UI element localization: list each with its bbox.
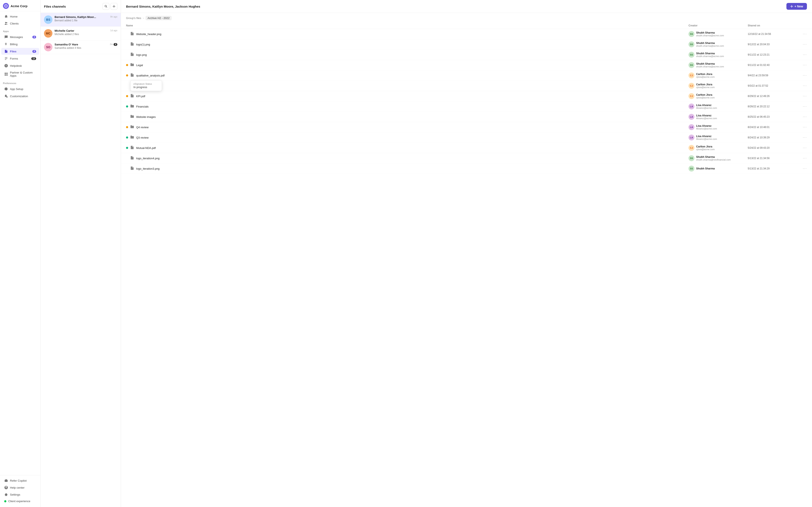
- more-options-button[interactable]: ···: [803, 146, 807, 150]
- more-options-button[interactable]: ···: [803, 135, 807, 139]
- shared-date-wrap: 9/11/22 at 01:02:40 ···: [748, 63, 807, 67]
- creator-email: shubh.sharma@acme.com: [696, 55, 724, 57]
- sidebar-item-partner-custom-apps[interactable]: Partner & Custom Apps: [1, 69, 39, 79]
- creator-name: Lisa Alvarez: [696, 135, 717, 138]
- col-shared: Shared on: [748, 24, 807, 27]
- search-button[interactable]: [103, 3, 109, 10]
- help-icon: [4, 64, 8, 68]
- more-options-button[interactable]: ···: [803, 53, 807, 57]
- creator-avatar: LA: [689, 114, 695, 120]
- sidebar-item-refer-copilot[interactable]: Refer Copilot: [1, 477, 39, 484]
- creator-name: Lisa Alvarez: [696, 104, 717, 107]
- more-options-button[interactable]: ···: [803, 105, 807, 108]
- file-name-cell: Financials: [126, 104, 689, 109]
- sidebar-item-label-refer: Refer Copilot: [10, 479, 36, 482]
- sidebar-item-files[interactable]: Files 4: [1, 48, 39, 55]
- breadcrumb-parent[interactable]: Group's files: [126, 16, 141, 20]
- breadcrumb-current: Archive H2 - 2022: [146, 16, 172, 20]
- channels-title: Files channels: [44, 5, 66, 8]
- add-channel-button[interactable]: [111, 3, 117, 10]
- search-icon: [104, 5, 107, 8]
- more-options-button[interactable]: ···: [803, 32, 807, 36]
- table-row[interactable]: eSignature Status In progress qualitativ…: [121, 70, 812, 81]
- table-row[interactable]: Q3 review LA Lisa Alvarez Alvarez@acme.c…: [121, 132, 812, 143]
- sidebar-item-messages[interactable]: Messages 4: [1, 34, 39, 40]
- channel-name: Samantha O' Hare: [55, 43, 108, 46]
- table-row[interactable]: Mutual-NDA.pdf CJ Carlton Jisra cjisra@a…: [121, 143, 812, 153]
- table-row[interactable]: Q4 review LA Lisa Alvarez Alvarez@acme.c…: [121, 122, 812, 132]
- table-row[interactable]: Website_images.png CJ Carlton Jisra cjis…: [121, 81, 812, 91]
- main-header-title: Bernard Simons, Kaitlyn Moore, Jackson H…: [126, 5, 200, 8]
- shared-date: 9/3/22 at 01:37:52: [748, 84, 768, 87]
- table-row[interactable]: logo_iteration4.png SS Shubh Sharma shub…: [121, 153, 812, 164]
- shared-cell: 8/24/22 at 10:39:29 ···: [748, 135, 807, 139]
- svg-rect-2: [5, 58, 7, 59]
- sidebar-item-customization[interactable]: Customization: [1, 93, 39, 100]
- table-row[interactable]: KPI.pdf CJ Carlton Jisra cjisra@acme.com…: [121, 91, 812, 101]
- sidebar-item-client-experience[interactable]: Client experience: [1, 498, 39, 504]
- new-button[interactable]: + New: [786, 3, 807, 10]
- more-options-button[interactable]: ···: [803, 43, 807, 46]
- apps-section-label: Apps: [0, 27, 40, 34]
- more-options-button[interactable]: ···: [803, 125, 807, 129]
- shared-cell: 9/11/22 at 12:23:21 ···: [748, 53, 807, 57]
- shared-date: 8/26/22 at 20:22:12: [748, 105, 769, 108]
- file-type-icon: [130, 73, 134, 78]
- shared-date: 5/24/22 at 09:43:20: [748, 147, 769, 149]
- table-row[interactable]: Website_header.png SS Shubh Sharma shubh…: [121, 29, 812, 39]
- more-options-button[interactable]: ···: [803, 84, 807, 88]
- more-options-button[interactable]: ···: [803, 94, 807, 98]
- creator-email: cjisra@acme.com: [696, 86, 715, 89]
- channel-item[interactable]: BS Bernard Simons, Kaitlyn Moor... Berna…: [41, 13, 121, 26]
- shared-date: 8/25/22 at 06:45:23: [748, 115, 769, 118]
- file-status-dot: [126, 157, 128, 159]
- creator-cell: SS Shubh Sharma: [689, 166, 748, 172]
- more-options-button[interactable]: ···: [803, 115, 807, 119]
- sidebar-item-label-customization: Customization: [10, 95, 36, 98]
- sidebar-item-forms[interactable]: Forms 13: [1, 55, 39, 62]
- shared-date: 12/16/22 at 21:34:56: [748, 33, 771, 36]
- app-logo[interactable]: Acme Corp: [0, 0, 40, 11]
- file-type-icon: [130, 63, 134, 67]
- shared-date: 9/11/22 at 12:23:21: [748, 53, 769, 56]
- creator-avatar: LA: [689, 134, 695, 140]
- creator-email: cjisra@acme.com: [696, 96, 715, 99]
- more-options-button[interactable]: ···: [803, 63, 807, 67]
- files-table: Name Creator Shared on Website_header.pn…: [121, 22, 812, 507]
- more-options-button[interactable]: ···: [803, 156, 807, 160]
- sidebar-item-settings[interactable]: Settings: [1, 491, 39, 498]
- creator-avatar: SS: [689, 41, 695, 47]
- shared-date: 8/29/22 at 12:49:26: [748, 95, 769, 98]
- col-creator: Creator: [689, 24, 748, 27]
- svg-rect-4: [5, 73, 6, 74]
- sidebar-item-billing[interactable]: Billing: [1, 41, 39, 48]
- sidebar-item-home[interactable]: Home: [1, 13, 39, 20]
- table-row[interactable]: logo.png SS Shubh Sharma shubh.sharma@ac…: [121, 50, 812, 60]
- sidebar: Acme Corp Home Clients Apps Messages 4 B…: [0, 0, 41, 507]
- channel-item[interactable]: SO Samantha O' Hare Samantha added 4 fil…: [41, 40, 121, 54]
- sidebar-item-help-center[interactable]: Help center: [1, 484, 39, 491]
- table-row[interactable]: Financials LA Lisa Alvarez Alvarez@acme.…: [121, 101, 812, 112]
- file-name: logo_iteration4.png: [136, 157, 160, 160]
- shared-date-wrap: 8/24/22 at 10:48:01 ···: [748, 125, 807, 129]
- sidebar-item-clients[interactable]: Clients: [1, 20, 39, 27]
- file-name-cell: eSignature Status In progress qualitativ…: [126, 73, 689, 78]
- more-options-button[interactable]: ···: [803, 167, 807, 170]
- creator-cell: SS Shubh Sharma shubh.sharma@acme.com: [689, 41, 748, 47]
- creator-cell: LA Lisa Alvarez Alvarez@acme.com: [689, 104, 748, 109]
- table-row[interactable]: Website images LA Lisa Alvarez Alvarez@a…: [121, 112, 812, 122]
- creator-info: Shubh Sharma shubh.sharma@acme.com: [696, 62, 724, 68]
- sidebar-item-helpdesk[interactable]: Helpdesk: [1, 62, 39, 69]
- messages-badge: 4: [32, 36, 36, 39]
- table-row[interactable]: Legal SS Shubh Sharma shubh.sharma@acme.…: [121, 60, 812, 70]
- channel-sub: Samantha added 4 files: [55, 47, 108, 49]
- creator-info: Shubh Sharma shubh.sharma@neofinancial.c…: [696, 156, 730, 161]
- creator-avatar: CJ: [689, 72, 695, 78]
- shared-cell: 5/24/22 at 09:43:20 ···: [748, 146, 807, 150]
- channel-item[interactable]: MC Michelle Carter Michelle added 2 file…: [41, 26, 121, 40]
- table-row[interactable]: logo_iteration3.png SS Shubh Sharma 5/13…: [121, 164, 812, 174]
- more-options-button[interactable]: ···: [803, 73, 807, 77]
- table-row[interactable]: logo(1).png SS Shubh Sharma shubh.sharma…: [121, 39, 812, 50]
- file-name: KPI.pdf: [136, 95, 145, 98]
- sidebar-item-app-setup[interactable]: App Setup: [1, 86, 39, 92]
